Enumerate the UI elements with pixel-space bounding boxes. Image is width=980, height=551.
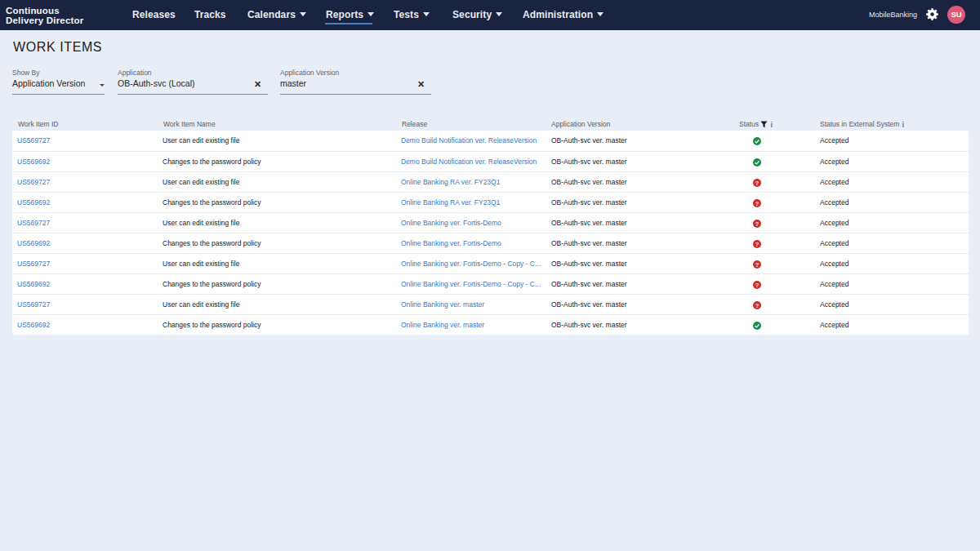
svg-text:?: ? [755, 241, 760, 248]
svg-text:?: ? [755, 200, 760, 207]
svg-text:?: ? [755, 220, 760, 228]
svg-text:?: ? [755, 261, 760, 269]
svg-text:?: ? [755, 282, 760, 289]
svg-text:?: ? [755, 302, 760, 309]
svg-text:?: ? [755, 180, 760, 187]
